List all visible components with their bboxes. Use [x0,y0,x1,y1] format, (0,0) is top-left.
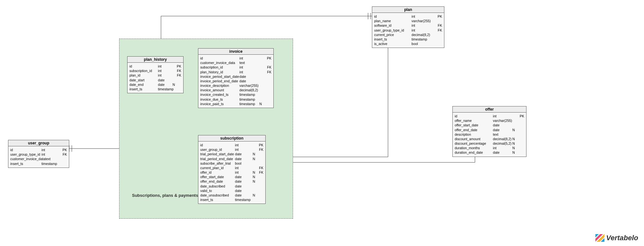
entity-title: plan_history [128,57,183,63]
column-name: date_start [129,78,158,82]
entity-columns: idintPKcustomer_invoice_datatextsubscrip… [198,55,273,108]
column-type: decimal(8,2) [240,88,260,92]
column-nullable [253,147,257,152]
column-nullable [259,88,264,92]
column-key [435,37,442,41]
column-name: invoice_period_start_date [200,74,240,79]
column-name: duration_months [455,146,493,150]
column-row: plan_idintFK [129,73,181,77]
column-key: PK [257,143,263,147]
column-row: offer_start_datedateN [200,175,263,179]
entity-columns: idintPKsubscription_idintFKplan_idintFKd… [128,63,183,93]
column-type: int [493,146,512,150]
column-name: insert_ts [129,87,158,91]
column-nullable [259,60,264,65]
column-nullable [431,37,435,41]
column-row: subscription_idintFK [200,65,271,69]
column-nullable [57,148,61,152]
column-row: invoice_amountdecimal(8,2) [200,88,271,92]
column-type: timestamp [240,97,260,102]
column-type: date [235,152,253,156]
column-name: current_plan_id [200,166,235,170]
column-name: plan_name [374,19,412,23]
column-row: plan_history_idintFK [200,70,271,74]
column-type: int [412,23,431,28]
column-row: descriptiontext [455,132,524,137]
column-name: customer_invoice_data [200,60,240,65]
column-key [517,123,524,127]
column-type: bool [412,41,431,46]
entity-columns: idintPKoffer_namevarchar(255)offer_start… [453,113,526,157]
column-name: user_group_type_id [10,152,42,157]
column-name: subscription_id [129,68,158,73]
column-key [65,157,71,161]
column-key: PK [264,56,271,60]
column-row: offer_namevarchar(255) [455,118,524,123]
column-key: FK [176,73,181,77]
column-name: subscribe_after_trial [200,161,235,166]
column-name: current_price [374,32,412,37]
column-nullable [431,19,436,23]
column-name: offer_id [200,170,235,175]
column-key [264,74,271,79]
column-type: int [158,64,173,68]
column-row: invoice_due_tstimestamp [200,97,271,102]
column-name: date_subscribed [200,184,235,188]
column-type: date [493,123,512,127]
column-type: date [235,179,253,184]
column-name: subscription_id [200,65,240,69]
entity-columns: idintPKplan_namevarchar(255)software_idi… [372,13,444,48]
column-name: is_active [374,41,412,46]
column-row: idintPK [10,148,67,152]
column-key [257,193,263,197]
column-nullable [259,56,264,60]
column-name: customer_invoice_data [10,157,45,161]
column-type: decimal(8,2) [412,32,431,37]
column-name: id [10,148,42,152]
column-nullable [173,78,176,82]
column-nullable [259,92,264,97]
column-row: duration_monthsintN [455,146,524,150]
column-nullable: N [253,179,257,184]
entity-title: user_group [8,140,69,146]
column-nullable: N [512,137,517,141]
column-nullable [253,166,257,170]
column-key [177,87,182,91]
column-key: FK [264,65,271,69]
column-row: idintPK [200,143,263,147]
column-key [517,141,524,146]
column-type: int [240,56,260,60]
column-row: offer_start_datedate [455,123,524,127]
column-nullable [253,184,257,188]
column-type: varchar(255) [412,19,431,23]
column-row: duration_end_datedateN [455,150,524,155]
column-name: duration_end_date [455,150,493,155]
column-row: user_group_idintFK [200,147,263,152]
column-nullable [431,23,435,28]
column-row: discount_percentagedecimal(5,2)N [455,141,524,146]
column-key [257,152,263,156]
column-type: timestamp [240,92,260,97]
column-nullable [173,68,176,73]
column-nullable [512,118,517,123]
column-type: decimal(5,2) [493,141,512,146]
column-name: offer_start_date [455,123,493,127]
column-key: FK [264,70,271,74]
column-nullable [259,97,264,102]
column-name: plan_history_id [200,70,240,74]
column-type: date [235,188,253,193]
vertabelo-logo: Vertabelo [595,234,638,242]
column-row: trial_period_start_datedateN [200,152,263,156]
logo-text: Vertabelo [606,234,638,242]
column-key [257,188,263,193]
column-key [264,88,271,92]
column-row: insert_tstimestamp [129,87,181,91]
column-type: date [493,150,512,155]
column-type: int [235,170,253,175]
column-name: offer_end_date [200,179,235,184]
column-name: insert_ts [374,37,412,41]
column-key [264,79,271,83]
column-key [257,197,263,202]
column-key: FK [257,166,263,170]
column-row: subscribe_after_trialbool [200,161,263,166]
